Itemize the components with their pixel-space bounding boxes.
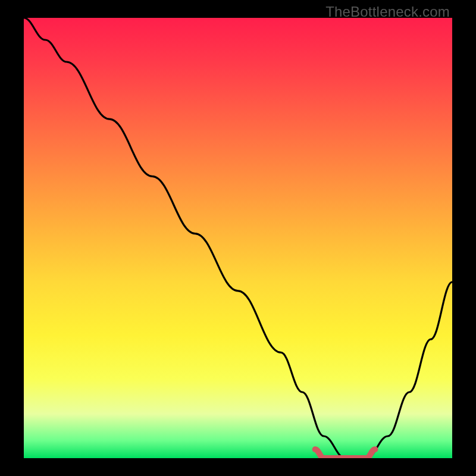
watermark-text: TheBottleneck.com (325, 4, 450, 20)
chart-frame: TheBottleneck.com (0, 0, 476, 476)
bottleneck-curve (24, 18, 452, 458)
plot-area (24, 18, 452, 458)
chart-svg (24, 18, 452, 458)
optimal-region (315, 449, 375, 458)
